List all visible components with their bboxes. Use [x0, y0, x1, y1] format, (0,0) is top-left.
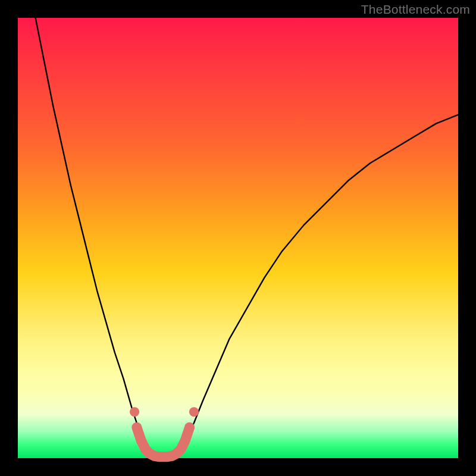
plot-area [18, 18, 458, 458]
curve-left-branch [36, 18, 150, 449]
valley-highlight [137, 427, 190, 457]
chart-svg [18, 18, 458, 458]
outer-frame: TheBottleneck.com [0, 0, 476, 476]
curve-right-branch [181, 115, 458, 449]
marker-1 [189, 407, 199, 416]
watermark-text: TheBottleneck.com [361, 2, 470, 17]
marker-0 [130, 407, 139, 416]
